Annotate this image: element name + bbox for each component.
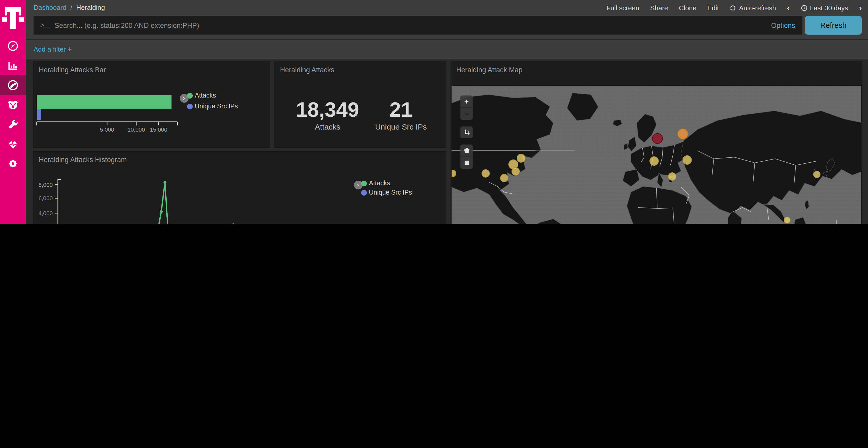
metric-unique-src-ips: 21Unique Src IPs xyxy=(365,99,437,131)
zoom-out-button[interactable]: − xyxy=(460,108,473,120)
legend-color-dot xyxy=(361,190,367,195)
panel-title[interactable]: Heralding Attacks xyxy=(280,66,334,74)
dashboard-grid: 5,00010,00015,000›AttacksUnique Src IPs … xyxy=(26,58,868,224)
time-range-picker[interactable]: Last 30 days xyxy=(801,4,848,12)
clone-button[interactable]: Clone xyxy=(679,4,696,12)
legend-item[interactable]: Attacks xyxy=(187,92,216,99)
attack-location-dot[interactable] xyxy=(683,155,692,164)
svg-text:4,000: 4,000 xyxy=(38,210,53,216)
polygon-draw-button[interactable] xyxy=(460,144,473,157)
legend-item[interactable]: Attacks xyxy=(361,180,390,187)
add-filter-link[interactable]: Add a filter + xyxy=(34,45,72,53)
legend-label: Attacks xyxy=(195,92,216,99)
metric-attacks: 18,349Attacks xyxy=(291,99,364,131)
plus-icon: + xyxy=(68,45,72,53)
breadcrumb-row: Dashboard / Heralding Full screen Share … xyxy=(26,0,868,15)
crop-fit-button[interactable] xyxy=(460,127,473,138)
time-back-button[interactable]: ‹ xyxy=(787,3,790,12)
bear-icon xyxy=(7,99,19,110)
attack-location-dot[interactable] xyxy=(649,157,658,166)
add-filter-label: Add a filter xyxy=(34,45,66,53)
sidebar-item-monitoring[interactable] xyxy=(0,134,26,154)
pentagon-icon xyxy=(463,147,470,154)
panel-title[interactable]: Heralding Attacks Bar xyxy=(39,66,106,74)
telekom-logo-shape xyxy=(19,17,24,22)
heartbeat-icon xyxy=(7,138,19,150)
panel-title[interactable]: Heralding Attack Map xyxy=(456,66,523,74)
clock-icon xyxy=(801,4,807,11)
refresh-button[interactable]: Refresh xyxy=(805,16,862,35)
breadcrumb-separator: / xyxy=(68,4,74,11)
attack-location-dot[interactable] xyxy=(511,167,520,175)
legend-item[interactable]: Unique Src IPs xyxy=(361,189,412,196)
telekom-logo[interactable] xyxy=(0,0,26,31)
auto-refresh-button[interactable]: Auto-refresh xyxy=(730,4,776,12)
attack-map-canvas[interactable]: + − xyxy=(452,86,861,224)
panel-heralding-attacks-bar: 5,00010,00015,000›AttacksUnique Src IPs … xyxy=(34,62,270,147)
telekom-logo-shape xyxy=(2,17,7,22)
telekom-logo-shape xyxy=(10,7,16,29)
rectangle-draw-button[interactable] xyxy=(460,157,473,169)
metric-label: Unique Src IPs xyxy=(365,122,437,131)
breadcrumb-dashboard-link[interactable]: Dashboard xyxy=(34,4,66,11)
panel-heralding-attacks-metric: 18,349Attacks21Unique Src IPs Heralding … xyxy=(275,62,446,147)
svg-text:5,000: 5,000 xyxy=(100,127,114,133)
metric-body: 18,349Attacks21Unique Src IPs xyxy=(275,62,446,147)
telekom-logo-shape xyxy=(19,7,21,15)
legend-label: Unique Src IPs xyxy=(369,189,412,196)
svg-text:10,000: 10,000 xyxy=(128,127,145,133)
attack-location-dot[interactable] xyxy=(784,217,790,223)
sidebar-item-t-pot[interactable] xyxy=(0,95,26,114)
attacks-bar-chart[interactable]: 5,00010,00015,000›AttacksUnique Src IPs xyxy=(34,62,270,147)
top-menu: Full screen Share Clone Edit Auto-refres… xyxy=(606,0,862,15)
wrench-icon xyxy=(7,119,19,130)
topbar: Dashboard / Heralding Full screen Share … xyxy=(26,0,868,58)
svg-text:6,000: 6,000 xyxy=(38,195,53,202)
legend-label: Unique Src IPs xyxy=(195,103,238,110)
world-map xyxy=(452,86,861,224)
search-row: >_ Options Refresh xyxy=(26,15,868,39)
sidebar-item-dashboard[interactable] xyxy=(0,75,26,95)
bar-chart-icon xyxy=(7,60,19,71)
compass-icon xyxy=(7,40,19,51)
terminal-prompt-icon: >_ xyxy=(40,22,48,29)
legend-item[interactable]: Unique Src IPs xyxy=(187,103,238,110)
refresh-cycle-icon xyxy=(730,4,737,11)
map-draw-controls xyxy=(460,144,473,169)
legend-color-dot xyxy=(361,180,367,186)
svg-text:15,000: 15,000 xyxy=(150,127,167,133)
gear-icon xyxy=(7,158,19,169)
map-fit-control xyxy=(460,127,473,138)
sidebar-item-visualize[interactable] xyxy=(0,56,26,75)
metric-value: 18,349 xyxy=(291,99,364,120)
telekom-logo-shape xyxy=(5,7,7,15)
kibana-dashboard: Dashboard / Heralding Full screen Share … xyxy=(0,0,868,224)
edit-button[interactable]: Edit xyxy=(707,4,719,12)
metric-value: 21 xyxy=(365,99,437,120)
square-icon xyxy=(463,160,470,166)
search-input[interactable] xyxy=(54,21,771,30)
sidebar-item-management[interactable] xyxy=(0,154,26,173)
time-forward-button[interactable]: › xyxy=(859,3,862,12)
panel-heralding-attacks-histogram: 02,0004,0006,0008,0002018-10-28 02:00201… xyxy=(34,152,446,224)
attack-location-dot[interactable] xyxy=(517,154,526,163)
svg-text:8,000: 8,000 xyxy=(38,182,53,188)
gauge-icon xyxy=(7,79,19,91)
options-link[interactable]: Options xyxy=(771,22,795,29)
sidebar-item-dev-tools[interactable] xyxy=(0,114,26,134)
zoom-in-button[interactable]: + xyxy=(460,96,473,108)
search-box: >_ Options xyxy=(34,16,802,35)
metric-label: Attacks xyxy=(291,122,364,131)
full-screen-button[interactable]: Full screen xyxy=(606,4,639,12)
panel-title[interactable]: Heralding Attacks Histogram xyxy=(39,156,127,164)
share-button[interactable]: Share xyxy=(650,4,668,12)
legend-color-dot xyxy=(187,93,193,98)
sidebar xyxy=(0,0,26,224)
crop-icon xyxy=(463,129,470,136)
sidebar-item-discover[interactable] xyxy=(0,36,26,56)
attack-location-dot[interactable] xyxy=(482,169,490,177)
map-zoom-controls: + − xyxy=(460,96,473,120)
legend-label: Attacks xyxy=(369,180,390,187)
breadcrumb-current: Heralding xyxy=(76,4,105,11)
breadcrumb: Dashboard / Heralding xyxy=(34,4,105,11)
